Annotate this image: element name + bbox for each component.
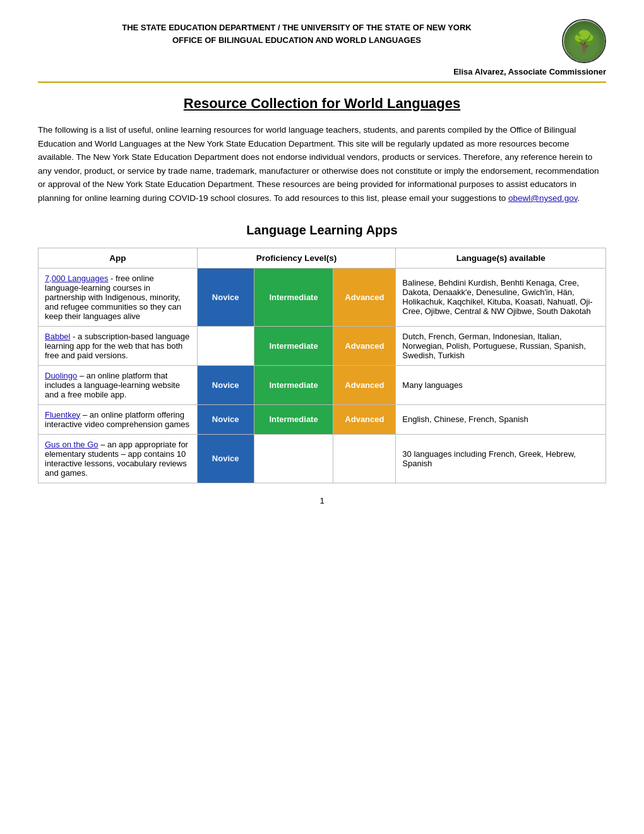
header-section: THE STATE EDUCATION DEPARTMENT / THE UNI… (38, 19, 606, 63)
apps-table: App Proficiency Level(s) Language(s) ava… (38, 248, 606, 483)
intermediate-cell: Intermediate (254, 268, 333, 326)
col-header-proficiency: Proficiency Level(s) (197, 248, 396, 268)
languages-cell: 30 languages including French, Greek, He… (396, 434, 606, 483)
table-row: Fluentkey – an online platform offering … (39, 404, 606, 434)
app-cell: Fluentkey – an online platform offering … (39, 404, 198, 434)
intermediate-cell: Intermediate (254, 365, 333, 404)
advanced-cell (333, 434, 396, 483)
logo: 🌳 (562, 19, 606, 63)
intermediate-cell: Intermediate (254, 326, 333, 365)
novice-cell: Novice (197, 434, 254, 483)
languages-cell: Dutch, French, German, Indonesian, Itali… (396, 326, 606, 365)
app-link[interactable]: Duolingo (45, 371, 77, 380)
languages-cell: Many languages (396, 365, 606, 404)
app-link[interactable]: Gus on the Go (45, 440, 98, 449)
advanced-cell: Advanced (333, 365, 396, 404)
languages-cell: English, Chinese, French, Spanish (396, 404, 606, 434)
advanced-cell: Advanced (333, 404, 396, 434)
intro-paragraph: The following is a list of useful, onlin… (38, 123, 606, 205)
intermediate-cell (254, 434, 333, 483)
table-row: Gus on the Go – an app appropriate for e… (39, 434, 606, 483)
table-row: 7,000 Languages - free online language-l… (39, 268, 606, 326)
novice-cell: Novice (197, 268, 254, 326)
app-cell: Duolingo – an online platform that inclu… (39, 365, 198, 404)
app-link[interactable]: Fluentkey (45, 410, 80, 420)
col-header-app: App (39, 248, 198, 268)
commissioner-line: Elisa Alvarez, Associate Commissioner (38, 67, 606, 76)
app-cell: Babbel - a subscription-based language l… (39, 326, 198, 365)
advanced-cell: Advanced (333, 326, 396, 365)
col-header-languages: Language(s) available (396, 248, 606, 268)
table-row: Duolingo – an online platform that inclu… (39, 365, 606, 404)
page-number: 1 (38, 496, 606, 505)
divider (38, 82, 606, 83)
app-cell: 7,000 Languages - free online language-l… (39, 268, 198, 326)
novice-cell: Novice (197, 365, 254, 404)
advanced-cell: Advanced (333, 268, 396, 326)
app-link[interactable]: 7,000 Languages (45, 274, 108, 283)
intermediate-cell: Intermediate (254, 404, 333, 434)
header-text: THE STATE EDUCATION DEPARTMENT / THE UNI… (38, 19, 556, 46)
section-title: Language Learning Apps (38, 223, 606, 238)
novice-cell (197, 326, 254, 365)
app-cell: Gus on the Go – an app appropriate for e… (39, 434, 198, 483)
languages-cell: Balinese, Behdini Kurdish, Benhti Kenaga… (396, 268, 606, 326)
page-title: Resource Collection for World Languages (38, 95, 606, 112)
email-link[interactable]: obewl@nysed.gov (508, 193, 578, 203)
dept-title: THE STATE EDUCATION DEPARTMENT / THE UNI… (38, 21, 556, 46)
app-link[interactable]: Babbel (45, 332, 70, 341)
table-row: Babbel - a subscription-based language l… (39, 326, 606, 365)
novice-cell: Novice (197, 404, 254, 434)
